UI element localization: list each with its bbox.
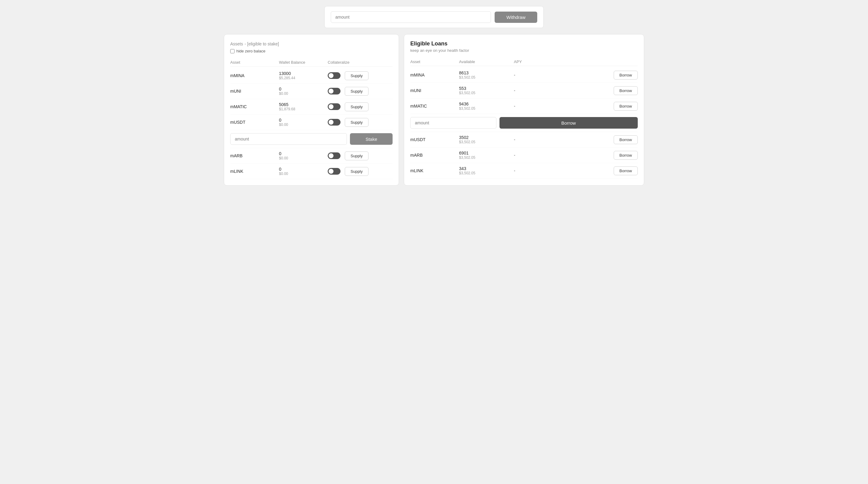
borrow-action-cell: Borrow xyxy=(544,71,638,80)
collateralize-toggle[interactable] xyxy=(328,72,341,79)
available-cell: 8613 $3,502.05 xyxy=(459,70,514,80)
wallet-balance-cell: 0 $0.00 xyxy=(279,118,328,127)
apy-cell: - xyxy=(514,137,544,142)
collateralize-cell: Supply xyxy=(328,103,393,111)
hide-zero-checkbox[interactable] xyxy=(230,49,235,53)
asset-name: mARB xyxy=(410,153,459,158)
asset-name: mUSDT xyxy=(410,137,459,142)
stake-button[interactable]: Stake xyxy=(350,133,393,145)
loans-table-header: Asset Available APY xyxy=(410,58,638,66)
wallet-balance-cell: 13000 $5,285.44 xyxy=(279,71,328,80)
borrow-action-cell: Borrow xyxy=(544,102,638,111)
supply-button[interactable]: Supply xyxy=(345,151,369,160)
stake-action-row: Stake xyxy=(230,130,393,148)
borrow-full-row: Borrow xyxy=(410,114,638,132)
borrow-button[interactable]: Borrow xyxy=(614,102,638,111)
borrow-button[interactable]: Borrow xyxy=(614,151,638,160)
borrow-main-button[interactable]: Borrow xyxy=(499,117,638,129)
assets-panel-title: Assets - [eligible to stake] xyxy=(230,40,393,47)
table-row: mUSDT 3502 $3,502.05 - Borrow xyxy=(410,132,638,147)
asset-name: mMATIC xyxy=(410,104,459,109)
table-row: mMINA 8613 $3,502.05 - Borrow xyxy=(410,67,638,83)
borrow-button[interactable]: Borrow xyxy=(614,71,638,80)
borrow-action-cell: Borrow xyxy=(544,86,638,95)
borrow-amount-input[interactable] xyxy=(410,117,496,129)
assets-table-header: Asset Wallet Balance Collateralize xyxy=(230,58,393,67)
supply-button[interactable]: Supply xyxy=(345,118,369,127)
borrow-button[interactable]: Borrow xyxy=(614,135,638,144)
stake-amount-input[interactable] xyxy=(230,133,347,145)
collateralize-cell: Supply xyxy=(328,151,393,160)
available-cell: 6901 $3,502.05 xyxy=(459,150,514,160)
loans-panel: Eligible Loans keep an eye on your healt… xyxy=(404,34,644,186)
asset-name: mUNI xyxy=(230,89,279,93)
table-row: mMINA 13000 $5,285.44 Supply xyxy=(230,68,393,84)
loans-panel-title: Eligible Loans xyxy=(410,40,638,47)
apy-cell: - xyxy=(514,104,544,109)
collateralize-cell: Supply xyxy=(328,167,393,176)
borrow-action-cell: Borrow xyxy=(544,151,638,160)
assets-panel-header: Assets - [eligible to stake] hide zero b… xyxy=(230,40,393,53)
loans-col-asset: Asset xyxy=(410,59,459,64)
collateralize-toggle[interactable] xyxy=(328,168,341,175)
borrow-button[interactable]: Borrow xyxy=(614,86,638,95)
asset-name: mLINK xyxy=(230,169,279,174)
hide-zero-row: hide zero balace xyxy=(230,49,393,53)
supply-button[interactable]: Supply xyxy=(345,71,369,80)
apy-cell: - xyxy=(514,73,544,78)
asset-name: mUSDT xyxy=(230,120,279,125)
loans-col-action xyxy=(544,59,638,64)
assets-col-balance: Wallet Balance xyxy=(279,60,328,65)
table-row: mLINK 0 $0.00 Supply xyxy=(230,164,393,179)
assets-col-collateralize: Collateralize xyxy=(328,60,393,65)
asset-name: mLINK xyxy=(410,168,459,173)
table-row: mMATIC 5065 $1,879.68 Supply xyxy=(230,99,393,115)
loans-col-available: Available xyxy=(459,59,514,64)
table-row: mUNI 0 $0.00 Supply xyxy=(230,84,393,99)
asset-name: mARB xyxy=(230,153,279,158)
collateralize-toggle[interactable] xyxy=(328,88,341,94)
collateralize-cell: Supply xyxy=(328,87,393,96)
wallet-balance-cell: 0 $0.00 xyxy=(279,167,328,176)
hide-zero-label: hide zero balace xyxy=(236,49,265,53)
available-cell: 553 $3,502.05 xyxy=(459,86,514,95)
supply-button[interactable]: Supply xyxy=(345,87,369,96)
table-row: mUSDT 0 $0.00 Supply xyxy=(230,115,393,130)
table-row: mARB 0 $0.00 Supply xyxy=(230,148,393,164)
available-cell: 9436 $3,502.05 xyxy=(459,102,514,111)
table-row: mUNI 553 $3,502.05 - Borrow xyxy=(410,83,638,98)
collateralize-cell: Supply xyxy=(328,71,393,80)
asset-name: mUNI xyxy=(410,88,459,93)
loans-col-apy: APY xyxy=(514,59,544,64)
supply-button[interactable]: Supply xyxy=(345,103,369,111)
apy-cell: - xyxy=(514,153,544,158)
table-row: mARB 6901 $3,502.05 - Borrow xyxy=(410,147,638,163)
supply-button[interactable]: Supply xyxy=(345,167,369,176)
main-container: Assets - [eligible to stake] hide zero b… xyxy=(224,34,644,186)
collateralize-toggle[interactable] xyxy=(328,119,341,125)
loans-panel-header: Eligible Loans keep an eye on your healt… xyxy=(410,40,638,53)
available-cell: 343 $3,502.05 xyxy=(459,166,514,175)
wallet-balance-cell: 5065 $1,879.68 xyxy=(279,102,328,111)
collateralize-toggle[interactable] xyxy=(328,103,341,110)
withdraw-amount-input[interactable] xyxy=(331,11,491,23)
loans-panel-subtitle: keep an eye on your health factor xyxy=(410,48,638,53)
available-cell: 3502 $3,502.05 xyxy=(459,135,514,144)
borrow-button[interactable]: Borrow xyxy=(614,166,638,175)
withdraw-button[interactable]: Withdraw xyxy=(495,11,537,23)
wallet-balance-cell: 0 $0.00 xyxy=(279,87,328,96)
asset-name: mMATIC xyxy=(230,104,279,109)
table-row: mLINK 343 $3,502.05 - Borrow xyxy=(410,163,638,179)
apy-cell: - xyxy=(514,168,544,173)
assets-panel: Assets - [eligible to stake] hide zero b… xyxy=(224,34,399,186)
asset-name: mMINA xyxy=(230,73,279,78)
borrow-action-cell: Borrow xyxy=(544,166,638,175)
wallet-balance-cell: 0 $0.00 xyxy=(279,151,328,160)
withdraw-bar: Withdraw xyxy=(324,6,544,28)
collateralize-toggle[interactable] xyxy=(328,152,341,159)
assets-col-asset: Asset xyxy=(230,60,279,65)
asset-name: mMINA xyxy=(410,73,459,78)
collateralize-cell: Supply xyxy=(328,118,393,127)
apy-cell: - xyxy=(514,88,544,93)
borrow-action-cell: Borrow xyxy=(544,135,638,144)
